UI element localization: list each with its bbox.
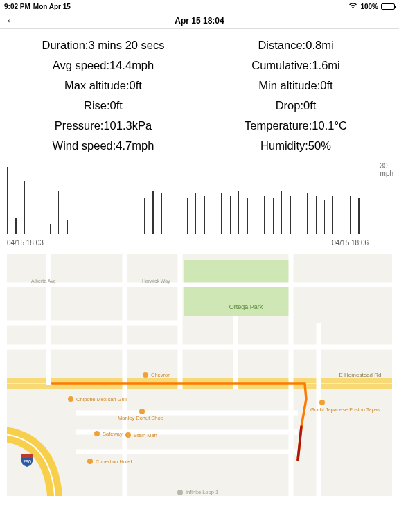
stat-avg-speed: Avg speed:14.4mph (7, 59, 200, 72)
svg-point-29 (87, 459, 93, 464)
route-map[interactable]: Ortega Park 280 E Homestead Rd (7, 254, 392, 496)
svg-text:Alberta Ave: Alberta Ave (31, 278, 56, 283)
svg-point-31 (319, 400, 325, 405)
chart-x-start: 04/15 18:03 (7, 239, 44, 247)
stat-duration: Duration:3 mins 20 secs (7, 39, 200, 52)
map-svg: Ortega Park 280 E Homestead Rd (7, 254, 392, 496)
stat-row: Duration:3 mins 20 secs Distance:0.8mi (7, 39, 392, 52)
stats-panel: Duration:3 mins 20 secs Distance:0.8mi A… (0, 29, 399, 157)
svg-text:Chipotle Mexican Grill: Chipotle Mexican Grill (76, 396, 127, 402)
status-left: 9:02 PM Mon Apr 15 (4, 3, 71, 10)
stat-row: Wind speed:4.7mph Humidity:50% (7, 139, 392, 152)
chart-bar (332, 196, 333, 234)
chart-bar (238, 191, 239, 234)
stat-distance: Distance:0.8mi (200, 39, 392, 52)
svg-point-25 (94, 431, 100, 436)
svg-text:Chevron: Chevron (151, 372, 170, 378)
svg-text:Safeway: Safeway (103, 431, 123, 437)
stat-pressure: Pressure:101.3kPa (7, 119, 200, 132)
svg-text:Stein Mart: Stein Mart (134, 432, 158, 438)
back-button[interactable]: ← (6, 12, 17, 29)
svg-text:Manley Donut Shop: Manley Donut Shop (118, 415, 163, 421)
svg-text:E Homestead Rd: E Homestead Rd (339, 372, 382, 378)
chart-bar (281, 191, 282, 234)
chart-bar (58, 191, 59, 234)
svg-text:Cupertino Hotel: Cupertino Hotel (96, 459, 132, 465)
chart-y-label: 30 mph (380, 162, 393, 177)
stat-min-altitude: Min altitude:0ft (200, 79, 392, 92)
chart-bar (144, 198, 145, 234)
stat-humidity: Humidity:50% (200, 139, 392, 152)
chart-bar (273, 198, 274, 234)
chart-bar (15, 218, 16, 234)
stat-row: Max altitude:0ft Min altitude:0ft (7, 79, 392, 92)
svg-text:280: 280 (23, 459, 31, 464)
chart-x-axis: 04/15 18:03 04/15 18:06 (7, 239, 369, 247)
stat-drop: Drop:0ft (200, 99, 392, 112)
stat-temperature: Temperature:10.1°C (200, 119, 392, 132)
chart-bar (187, 198, 188, 234)
back-arrow-icon: ← (6, 15, 17, 27)
svg-point-23 (139, 409, 145, 414)
chart-bar (307, 193, 308, 234)
chart-bar (213, 186, 213, 234)
chart-bar (24, 181, 25, 234)
stat-row: Rise:0ft Drop:0ft (7, 99, 392, 112)
chart-bars (7, 162, 369, 234)
chart-bar (7, 167, 8, 234)
svg-point-19 (143, 372, 148, 378)
chart-x-end: 04/15 18:06 (332, 239, 369, 247)
stat-wind-speed: Wind speed:4.7mph (7, 139, 200, 152)
status-right: 100% (348, 2, 395, 10)
chart-bar (42, 177, 42, 234)
chart-bar (290, 196, 290, 234)
status-bar: 9:02 PM Mon Apr 15 100% (0, 0, 399, 12)
chart-bar (136, 196, 136, 234)
chart-bar (127, 198, 127, 234)
chart-bar (324, 200, 325, 234)
chart-bar (152, 191, 153, 234)
svg-point-33 (177, 490, 183, 495)
chart-bar (299, 198, 299, 234)
page-title: Apr 15 18:04 (175, 16, 224, 26)
chart-bar (247, 198, 248, 234)
map-park-label: Ortega Park (229, 303, 263, 310)
chart-bar (256, 193, 256, 234)
chart-bar (316, 196, 317, 234)
chart-bar (67, 220, 68, 234)
battery-percent: 100% (360, 3, 378, 10)
svg-point-27 (125, 432, 131, 438)
stat-row: Avg speed:14.4mph Cumulative:1.6mi (7, 59, 392, 72)
chart-bar (350, 196, 351, 234)
svg-text:Harwick Way: Harwick Way (142, 278, 170, 284)
svg-rect-1 (21, 454, 33, 458)
chart-bar (161, 193, 162, 234)
status-date: Mon Apr 15 (33, 3, 71, 10)
chart-bar (204, 196, 205, 234)
status-time: 9:02 PM (4, 3, 30, 10)
chart-bar (76, 227, 76, 234)
stat-rise: Rise:0ft (7, 99, 200, 112)
chart-bar (170, 196, 170, 234)
stat-max-altitude: Max altitude:0ft (7, 79, 200, 92)
chart-bar (342, 193, 342, 234)
chart-bar (358, 198, 359, 234)
stat-row: Pressure:101.3kPa Temperature:10.1°C (7, 119, 392, 132)
chart-bar (33, 220, 33, 234)
title-bar: ← Apr 15 18:04 (0, 12, 399, 29)
chart-bar (195, 193, 196, 234)
battery-icon (381, 3, 395, 10)
svg-text:Infinite Loop 1: Infinite Loop 1 (186, 489, 218, 495)
chart-bar (230, 196, 231, 234)
svg-text:Gochi Japanese Fusion Tapas: Gochi Japanese Fusion Tapas (310, 407, 380, 413)
stat-cumulative: Cumulative:1.6mi (200, 59, 392, 72)
speed-chart: 30 mph 04/15 18:03 04/15 18:06 (7, 162, 392, 247)
wifi-icon (348, 2, 357, 10)
chart-bar (50, 224, 51, 234)
svg-point-21 (68, 396, 73, 402)
chart-bar (264, 196, 265, 234)
chart-bar (179, 191, 179, 234)
chart-bar (221, 193, 222, 234)
